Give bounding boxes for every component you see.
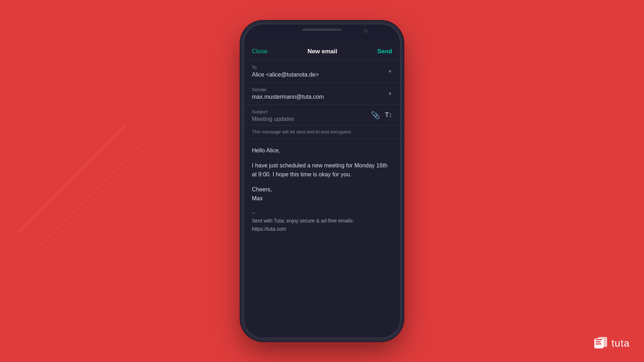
svg-rect-6 xyxy=(596,339,602,340)
email-body[interactable]: Hello Alice, I have just scheduled a new… xyxy=(244,139,400,246)
svg-line-1 xyxy=(18,125,161,268)
phone-frame: Close New email Send To Alice <alice@tut… xyxy=(243,24,401,338)
svg-rect-8 xyxy=(596,343,601,344)
email-paragraph1: I have just scheduled a new meeting for … xyxy=(252,161,392,179)
email-signature: -- Sent with Tuta; enjoy secure & ad-fre… xyxy=(252,209,392,233)
tuta-logo-icon xyxy=(593,336,609,351)
to-label: To xyxy=(252,65,392,70)
svg-rect-7 xyxy=(596,341,601,342)
phone-camera xyxy=(364,29,368,33)
encryption-text: This message will be sent end-to-end enc… xyxy=(252,129,352,134)
email-closing: Cheers, Max xyxy=(252,185,392,203)
sender-chevron-icon: ▼ xyxy=(388,91,392,96)
compose-form: To Alice <alice@tutanota.de> ▼ Sender ma… xyxy=(244,60,400,338)
svg-line-3 xyxy=(36,143,143,250)
text-format-icon[interactable]: T↕ xyxy=(385,111,392,119)
send-button[interactable]: Send xyxy=(377,48,392,55)
sender-field-group[interactable]: Sender max.mustermann@tuta.com ▼ xyxy=(244,83,400,105)
tuta-logo-text: tuta xyxy=(611,338,630,349)
to-chevron-icon: ▼ xyxy=(388,69,392,74)
svg-line-0 xyxy=(18,125,125,233)
nav-title: New email xyxy=(307,48,337,55)
svg-line-2 xyxy=(54,179,179,304)
email-greeting: Hello Alice, xyxy=(252,146,392,155)
close-button[interactable]: Close xyxy=(252,48,267,55)
sender-value: max.mustermann@tuta.com xyxy=(252,94,392,100)
encryption-notice: This message will be sent end-to-end enc… xyxy=(244,126,400,139)
attachment-icon[interactable]: 📎 xyxy=(371,111,380,119)
app-screen: Close New email Send To Alice <alice@tut… xyxy=(244,42,400,338)
phone-status-bar xyxy=(244,24,400,42)
to-field-group[interactable]: To Alice <alice@tutanota.de> ▼ xyxy=(244,60,400,83)
nav-bar: Close New email Send xyxy=(244,42,400,60)
subject-field-group[interactable]: Subject Meeting updates 📎 T↕ xyxy=(244,105,400,126)
tuta-logo: tuta xyxy=(593,336,630,351)
to-value: Alice <alice@tutanota.de> xyxy=(252,72,392,78)
subject-icons: 📎 T↕ xyxy=(371,111,392,119)
sender-label: Sender xyxy=(252,87,392,92)
phone-pill xyxy=(302,29,342,31)
